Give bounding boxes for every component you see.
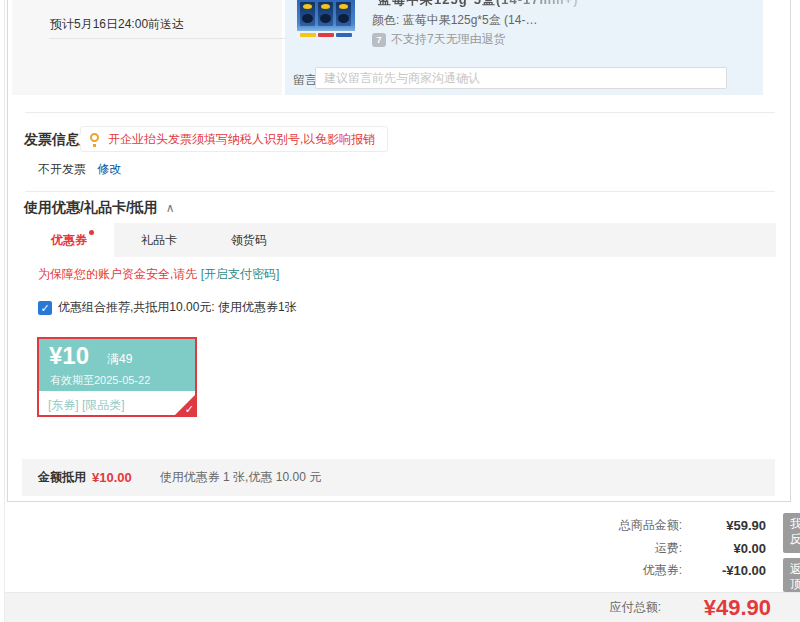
feedback-float-line2: 反 (783, 532, 800, 547)
backtop-float-line1: 返 (783, 562, 800, 577)
invoice-section-title: 发票信息 (24, 131, 80, 149)
summary-value: ¥0.00 (682, 541, 766, 556)
delivery-estimate: 预计5月16日24:00前送达 (50, 16, 184, 33)
coupon-tags: [东券] [限品类] (48, 397, 125, 414)
deduction-amount: ¥10.00 (92, 470, 132, 485)
section-divider-2 (25, 191, 775, 192)
tab-coupon[interactable]: 优惠券 (24, 223, 114, 257)
no-7day-return-icon: 7 (372, 33, 386, 47)
coupon-card-top: ¥10 满49 有效期至2025-05-22 (39, 339, 195, 391)
no-returns-line: 7 不支持7天无理由退货 (372, 31, 506, 48)
no-returns-text: 不支持7天无理由退货 (391, 31, 506, 48)
backtop-float-line2: 顶 (783, 577, 800, 592)
payable-total-bar: 应付总额: ¥49.90 (5, 592, 800, 622)
shipping-method-box: 预计5月16日24:00前送达 (12, 0, 282, 95)
tab-giftcard-label: 礼品卡 (141, 233, 177, 247)
discount-section-title[interactable]: 使用优惠/礼品卡/抵用 ∧ (24, 199, 174, 217)
summary-value: -¥10.00 (682, 563, 766, 578)
feedback-float-button[interactable]: 我 反 (783, 513, 800, 553)
security-notice: 为保障您的账户资金安全,请先 [开启支付密码] (38, 266, 279, 283)
coupon-card[interactable]: ¥10 满49 有效期至2025-05-22 [东券] [限品类] ✓ (37, 337, 197, 417)
summary-row-coupon: 优惠券: -¥10.00 (434, 560, 766, 580)
tab-giftcard[interactable]: 礼品卡 (114, 223, 204, 257)
checkout-page: 预计5月16日24:00前送达 蓝莓中果125g*5盒(14-17mm+) 颜色… (0, 0, 800, 622)
summary-value: ¥59.90 (682, 518, 766, 533)
feedback-float-line1: 我 (783, 517, 800, 532)
product-thumbnail-strip (297, 31, 355, 40)
collapse-caret-icon[interactable]: ∧ (166, 201, 175, 215)
summary-row-subtotal: 总商品金额: ¥59.90 (434, 515, 766, 535)
summary-label: 优惠券: (643, 562, 682, 579)
deduction-detail: 使用优惠券 1 张,优惠 10.00 元 (160, 469, 321, 486)
combo-checkbox[interactable]: ✓ (38, 301, 52, 315)
deduction-label: 金额抵用 (38, 469, 86, 486)
tab-coupon-label: 优惠券 (51, 233, 87, 247)
coupon-validity: 有效期至2025-05-22 (50, 373, 150, 388)
product-title-clipped: 蓝莓中果125g*5盒(14-17mm+) (378, 0, 579, 9)
summary-label: 运费: (655, 540, 682, 557)
product-thumbnail[interactable] (297, 0, 355, 40)
section-divider-1 (25, 112, 775, 113)
product-thumbnail-packs (300, 2, 352, 26)
merchant-message-input[interactable] (315, 67, 727, 89)
new-badge-dot (89, 230, 94, 235)
enable-payment-password-link[interactable]: [开启支付密码] (201, 267, 280, 281)
deduction-strip: 金额抵用 ¥10.00 使用优惠券 1 张,优惠 10.00 元 (22, 459, 775, 496)
tab-pickup-code-label: 领货码 (231, 233, 267, 247)
combo-checkbox-label: 优惠组合推荐,共抵用10.00元: 使用优惠券1张 (58, 299, 297, 316)
security-notice-text: 为保障您的账户资金安全,请先 (38, 267, 197, 281)
page-left-border (4, 0, 5, 622)
coupon-amount: ¥10 (49, 342, 89, 370)
invoice-modify-link[interactable]: 修改 (97, 162, 121, 176)
payable-total-label: 应付总额: (610, 599, 661, 616)
summary-label: 总商品金额: (619, 517, 682, 534)
coupon-checkmark-icon: ✓ (185, 403, 194, 416)
invoice-current-row: 不开发票 修改 (38, 161, 121, 178)
combo-recommend-row: ✓ 优惠组合推荐,共抵用10.00元: 使用优惠券1张 (38, 299, 297, 316)
payable-total-value: ¥49.90 (661, 595, 771, 621)
shipping-divider (49, 38, 285, 39)
invoice-tip-bubble: 开企业抬头发票须填写纳税人识别号,以免影响报销 (80, 126, 388, 152)
coupon-condition: 满49 (107, 351, 132, 368)
discount-section-title-text: 使用优惠/礼品卡/抵用 (24, 199, 158, 215)
product-color-spec: 颜色: 蓝莓中果125g*5盒 (14-… (372, 12, 537, 29)
discount-tabbar: 优惠券 礼品卡 领货码 (24, 223, 776, 257)
back-to-top-float-button[interactable]: 返 顶 (783, 558, 800, 592)
invoice-tip-text: 开企业抬头发票须填写纳税人识别号,以免影响报销 (108, 132, 375, 146)
lightbulb-icon (90, 133, 99, 142)
summary-row-shipping: 运费: ¥0.00 (434, 538, 766, 558)
tab-pickup-code[interactable]: 领货码 (204, 223, 294, 257)
invoice-current-value: 不开发票 (38, 162, 86, 176)
